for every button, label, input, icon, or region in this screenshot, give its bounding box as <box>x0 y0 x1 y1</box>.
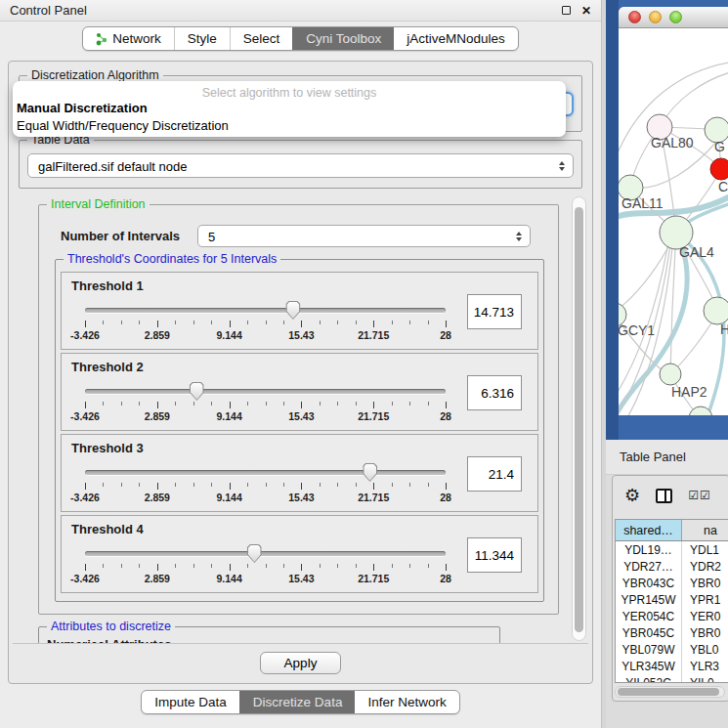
table-row[interactable]: YPR145WYPR1 <box>616 591 728 608</box>
threshold-value-field[interactable] <box>467 294 522 329</box>
bottom-tab-infer-network[interactable]: Infer Network <box>355 691 458 713</box>
threshold-slider[interactable]: -3.4262.8599.14415.4321.71528 <box>85 304 446 347</box>
discretize-settings-panel: Discretization Algorithm Select algorith… <box>8 61 593 684</box>
table-row[interactable]: YDL19…YDL1 <box>616 541 728 558</box>
panel-title: Control Panel <box>10 3 87 18</box>
table-column-header[interactable]: na <box>682 520 728 540</box>
scale-tick <box>247 564 248 568</box>
slider-thumb[interactable] <box>363 463 377 482</box>
scale-tick <box>157 321 158 327</box>
tab-cyni-toolbox[interactable]: Cyni Toolbox <box>292 27 394 50</box>
table-row[interactable]: YER054CYER0 <box>616 608 728 624</box>
apply-row: Apply <box>12 647 589 679</box>
tab-label: Style <box>188 31 217 46</box>
scale-tick <box>211 483 212 487</box>
zoom-traffic-light-icon[interactable] <box>669 11 682 23</box>
number-of-intervals-combobox[interactable]: 5 <box>197 225 531 247</box>
threshold-value-field[interactable] <box>467 375 522 410</box>
threshold-slider[interactable]: -3.4262.8599.14415.4321.71528 <box>85 547 446 590</box>
network-node-label: GCY1 <box>619 322 655 338</box>
scale-tick <box>139 321 140 324</box>
network-node-h[interactable] <box>704 297 728 324</box>
minimize-traffic-light-icon[interactable] <box>649 11 662 23</box>
close-icon[interactable]: ✕ <box>581 5 591 17</box>
threshold-value-field[interactable] <box>467 537 522 573</box>
table-column-header[interactable]: shared… <box>616 520 682 540</box>
table-data-combobox[interactable]: galFiltered.sif default node <box>27 153 574 178</box>
tab-label: Select <box>243 31 280 46</box>
float-window-icon[interactable] <box>562 6 571 15</box>
bottom-tabbar: Impute DataDiscretize DataInfer Network <box>0 690 601 714</box>
scale-tick-label: 28 <box>440 573 451 584</box>
scale-tick-label: -3.426 <box>70 329 100 341</box>
table-row[interactable]: YDR27…YDR2 <box>616 558 728 575</box>
thresholds-fieldset: Threshold's Coordinates for 5 Intervals … <box>55 259 544 602</box>
slider-track <box>85 470 446 475</box>
threshold-slider[interactable]: -3.4262.8599.14415.4321.71528 <box>85 385 446 428</box>
scale-tick-label: -3.426 <box>70 573 100 584</box>
table-cell: YPR145W <box>616 591 682 608</box>
network-canvas[interactable]: GAL80GCGAL11GAL4GCY1HHAP2 <box>619 28 728 415</box>
table-cell: YBR045C <box>616 624 682 641</box>
scale-tick <box>428 564 429 568</box>
table-row[interactable]: YBL079WYBL0 <box>616 641 728 658</box>
number-of-intervals-value: 5 <box>208 229 215 243</box>
table-row[interactable]: YIL052CYIL0 <box>616 674 728 683</box>
tab-label: jActiveMNodules <box>407 31 505 46</box>
scale-tick-label: 21.715 <box>358 492 389 503</box>
bottom-tab-discretize-data[interactable]: Discretize Data <box>239 691 356 713</box>
control-panel: Control Panel ✕ NetworkStyleSelectCyni T… <box>0 0 602 728</box>
table-row[interactable]: YBR045CYBR0 <box>616 624 728 641</box>
scale-tick <box>85 402 86 408</box>
scale-tick <box>428 402 429 406</box>
tab-select[interactable]: Select <box>230 27 293 50</box>
table-cell: YBR0 <box>682 575 728 591</box>
algorithm-dropdown-popup: Select algorithm to view settings Manual… <box>13 81 566 137</box>
gear-icon[interactable]: ⚙ <box>624 487 640 504</box>
tab-style[interactable]: Style <box>174 27 230 50</box>
threshold-panel: Threshold 1-3.4262.8599.14415.4321.71528 <box>61 272 538 350</box>
scale-tick <box>337 483 338 487</box>
threshold-label: Threshold 4 <box>71 522 144 536</box>
slider-track <box>85 551 446 556</box>
tab-network[interactable]: Network <box>83 27 174 50</box>
scale-tick <box>230 321 231 327</box>
network-node-c[interactable] <box>710 158 728 180</box>
network-node-hap2[interactable] <box>660 364 681 385</box>
dropdown-option[interactable]: Equal Width/Frequency Discretization <box>13 117 566 135</box>
scale-tick <box>373 564 374 571</box>
slider-track <box>85 389 446 394</box>
scale-tick <box>409 402 410 406</box>
scale-tick <box>301 564 302 571</box>
slider-thumb[interactable] <box>247 544 262 563</box>
table-row[interactable]: YBR043CYBR0 <box>616 575 728 591</box>
table-horizontal-scrollbar[interactable] <box>615 686 725 698</box>
table-cell: YDL19… <box>616 541 682 558</box>
close-traffic-light-icon[interactable] <box>628 11 641 23</box>
scale-tick <box>356 321 357 324</box>
scale-tick <box>139 483 140 487</box>
columns-icon[interactable] <box>656 489 672 503</box>
table-cell: YBR0 <box>682 624 728 641</box>
checkboxes-icon[interactable]: ☑☑ <box>688 489 711 502</box>
table-row[interactable]: YLR345WYLR3 <box>616 658 728 674</box>
bottom-tab-impute-data[interactable]: Impute Data <box>142 691 239 713</box>
dropdown-option[interactable]: Manual Discretization <box>13 100 566 117</box>
scale-tick <box>157 483 158 490</box>
scale-tick-label: 28 <box>440 329 451 341</box>
scale-tick <box>266 483 267 487</box>
number-of-intervals-label: Number of Intervals <box>61 229 180 243</box>
slider-thumb[interactable] <box>285 301 300 320</box>
settings-vertical-scrollbar[interactable] <box>572 196 586 641</box>
slider-track <box>85 308 446 313</box>
scale-tick <box>157 564 158 571</box>
slider-thumb[interactable] <box>190 382 204 401</box>
apply-button[interactable]: Apply <box>260 652 342 674</box>
threshold-slider[interactable]: -3.4262.8599.14415.4321.71528 <box>85 466 446 509</box>
scale-tick <box>175 321 176 324</box>
interval-definition-fieldset: Interval Definition Number of Intervals … <box>38 204 559 615</box>
table-toolbar: ⚙ ☑☑ <box>613 476 728 515</box>
table-cell: YDL1 <box>682 541 728 558</box>
tab-jactivemnodules[interactable]: jActiveMNodules <box>394 27 518 50</box>
threshold-value-field[interactable] <box>467 456 522 492</box>
